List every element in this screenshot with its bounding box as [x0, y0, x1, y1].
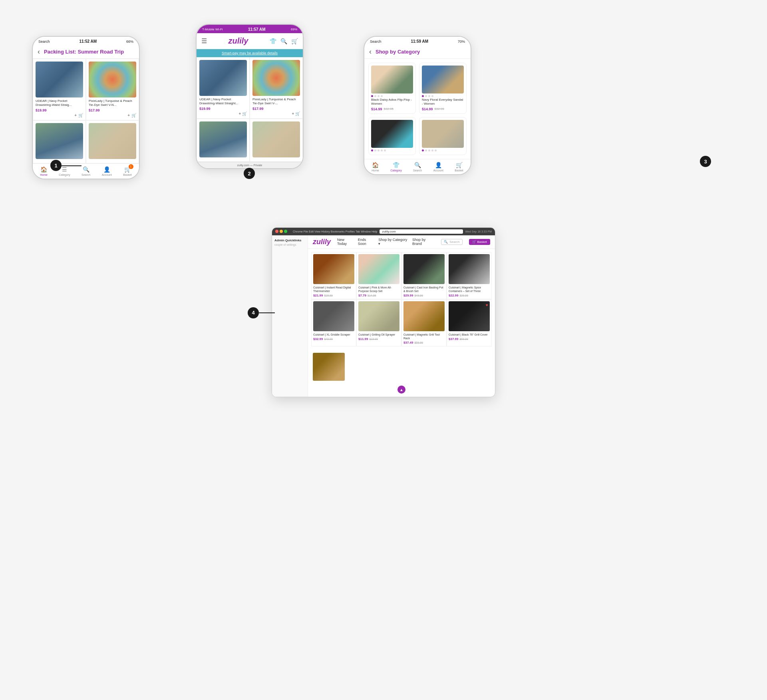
phone3-shoe-3[interactable]: [368, 117, 416, 155]
phone1-product-2-add[interactable]: +: [127, 113, 130, 117]
desktop-product-3-prices: $29.99 $49.99: [403, 294, 445, 297]
search-icon-2[interactable]: 🔍: [280, 38, 287, 44]
phone1-product-1[interactable]: UDEAR | Navy Pocket Drawstring-Waist Str…: [33, 59, 86, 120]
desktop-product-5-price-new: $32.99: [313, 337, 323, 341]
chrome-maximize[interactable]: [284, 230, 287, 233]
scroll-to-top-button[interactable]: ▲: [397, 386, 405, 394]
phone1-status-left: Search: [38, 40, 50, 44]
phone3-shoe-2-img: [422, 66, 464, 93]
phone3-nav-category[interactable]: 👕 Category: [390, 162, 401, 172]
more-products-hint: [308, 350, 495, 381]
desktop-product-3[interactable]: Cuisinart | Cast Iron Basting Pot & Brus…: [401, 252, 447, 299]
cart-icon-header[interactable]: 🛒: [291, 38, 298, 44]
desktop-product-5-price-old: $49.99: [324, 338, 332, 340]
basket-icon-3: 🛒: [456, 162, 463, 168]
phone1-nav-account[interactable]: 👤 Account: [102, 166, 112, 176]
zulily-logo: zulily: [228, 36, 248, 46]
desktop-product-1-prices: $21.99 $29.99: [313, 294, 354, 297]
phone2-status-left: T-Mobile Wi-Fi: [202, 28, 223, 31]
callout-1: 1: [50, 160, 62, 171]
phone2-product-2[interactable]: PixieLady | Turquoise & Peach Tie-Dye Sw…: [250, 57, 303, 119]
desktop-product-1[interactable]: Cuisinart | Instant Read Digital Thermom…: [311, 252, 356, 299]
desktop-product-7[interactable]: Cuisinart | Magnetic Grill Tool Rack $37…: [401, 299, 447, 346]
page-scroll-indicator: ▲: [308, 382, 495, 397]
phone3-shoe-2[interactable]: Navy Floral Everyday Sandal - Women $14.…: [419, 63, 467, 114]
phone2-product-3[interactable]: [197, 119, 250, 162]
phone2-product-3-img: [199, 121, 247, 157]
desktop-zulily-logo[interactable]: zulily: [313, 238, 331, 246]
phone3-status-bar: Search 11:59 AM 70%: [364, 37, 471, 45]
desktop-search-box[interactable]: 🔍 Search: [441, 239, 462, 245]
desktop-product-6-img: [358, 301, 399, 331]
phone3-shoe-1-img: [371, 66, 413, 93]
phone1-product-1-cart[interactable]: 🛒: [78, 113, 83, 117]
phone1-nav-basket[interactable]: 🛒 1 Basket: [123, 166, 131, 176]
phone3-back-button[interactable]: ‹: [369, 48, 372, 56]
desktop-product-8-prices: $37.99 $59.99: [449, 337, 490, 341]
phone3-bottom-nav: 🏠 Home 👕 Category 🔍 Search 👤 Account 🛒: [364, 159, 471, 174]
dot3-3: [378, 149, 380, 151]
chrome-minimize[interactable]: [280, 230, 283, 233]
smart-pay-details-link[interactable]: details: [267, 51, 278, 55]
desktop-product-2[interactable]: Cuisinart | Pink & More All-Purpose Scoo…: [356, 252, 401, 299]
desktop-product-8-price-old: $59.99: [459, 338, 468, 340]
phone3-nav-search[interactable]: 🔍 Search: [413, 162, 422, 172]
desktop-basket-button[interactable]: 🛒 Basket: [469, 239, 490, 245]
shirt-icon[interactable]: 👕: [270, 38, 276, 44]
nav-link-new-today[interactable]: New Today: [337, 238, 354, 246]
nav-link-ends-soon[interactable]: Ends Soon: [358, 238, 374, 246]
add-to-cart-icon-2[interactable]: + 🛒: [292, 111, 300, 116]
desktop-product-8[interactable]: ♥ Cuisinart | Black 76" Grill Cover $37.…: [447, 299, 492, 346]
phone1-nav-home[interactable]: 🏠 Home: [40, 166, 48, 176]
desktop-product-1-img: [313, 254, 354, 284]
desktop-product-6[interactable]: Cuisinart | Grilling Oil Sprayer $11.99 …: [356, 299, 401, 346]
dot3-2: [374, 149, 376, 151]
phone2-product-1[interactable]: UDEAR | Navy Pocket Drawstring-Waist Str…: [197, 57, 250, 119]
phone2-product-1-price: $19.99: [199, 107, 247, 111]
nav-link-shop-category[interactable]: Shop by Category ▾: [378, 238, 408, 246]
phone3-shoe-4[interactable]: [419, 117, 467, 155]
nav-link-shop-brand[interactable]: Shop by Brand: [412, 238, 435, 246]
phone3-shoe-1-name: Black Daisy Adios Flip-Flop - Women: [371, 98, 413, 106]
chrome-close[interactable]: [275, 230, 278, 233]
phone3-nav-basket[interactable]: 🛒 Basket: [455, 162, 463, 172]
desktop-product-4-price-old: $39.99: [459, 294, 468, 297]
desktop-product-7-img: [403, 301, 445, 331]
phone3-nav-account[interactable]: 👤 Account: [433, 162, 443, 172]
sidebar-subtitle: couple of settings: [274, 243, 305, 246]
phone1-product-2[interactable]: PixieLady | Turquoise & Peach Tie-Dye Sw…: [86, 59, 139, 120]
phone1-product-2-cart[interactable]: 🛒: [131, 113, 136, 117]
phone3-nav-home[interactable]: 🏠 Home: [372, 162, 379, 172]
phone1-product-3[interactable]: [33, 120, 86, 163]
phone1-product-1-add[interactable]: +: [74, 113, 77, 117]
desktop-product-5[interactable]: Cuisinart | XL Griddle Scraper $32.99 $4…: [311, 299, 356, 346]
desktop-product-7-price-old: $59.99: [414, 341, 423, 344]
phone3-shoe-1[interactable]: Black Daisy Adios Flip-Flop - Women $14.…: [368, 63, 416, 114]
hamburger-icon[interactable]: ☰: [201, 37, 207, 45]
wishlist-icon[interactable]: ♥: [486, 303, 488, 307]
desktop-product-4-img: [449, 254, 490, 284]
search-placeholder-text: Search: [449, 240, 459, 244]
phone1-header: ‹ Packing List: Summer Road Trip: [33, 45, 139, 59]
sidebar-title: Admin Quicklinks: [274, 239, 305, 242]
phone2-product-4[interactable]: [250, 119, 303, 162]
phone1-nav-search[interactable]: 🔍 Search: [81, 166, 90, 176]
desktop-product-4[interactable]: Cuisinart | Magnetic Spice Containers – …: [447, 252, 492, 299]
phone3-shoe-2-price-old: $32.99: [435, 107, 444, 111]
site-layout: Admin Quicklinks couple of settings zuli…: [272, 235, 495, 397]
phone3-title: Shop by Category: [376, 49, 420, 55]
phone1-product-4[interactable]: [86, 120, 139, 163]
phone2-product-2-name: PixieLady | Turquoise & Peach Tie-Dye Sw…: [252, 97, 300, 106]
add-to-cart-icon-1[interactable]: + 🛒: [238, 111, 247, 116]
desktop-product-4-prices: $22.99 $39.99: [449, 294, 490, 297]
browser-url-bar[interactable]: zulily.com: [380, 229, 463, 234]
phone2-header-icons: 👕 🔍 🛒: [270, 38, 298, 44]
account-icon: 👤: [103, 166, 110, 173]
desktop-product-2-price-old: $14.99: [368, 294, 376, 297]
phone3-nav-basket-label: Basket: [455, 169, 463, 172]
phone3-status-right: 70%: [458, 40, 465, 44]
dot-4: [381, 95, 383, 97]
phone1-back-button[interactable]: ‹: [38, 48, 40, 56]
phone1-product-2-actions: + 🛒: [89, 113, 136, 117]
desktop-product-5-img: [313, 301, 354, 331]
